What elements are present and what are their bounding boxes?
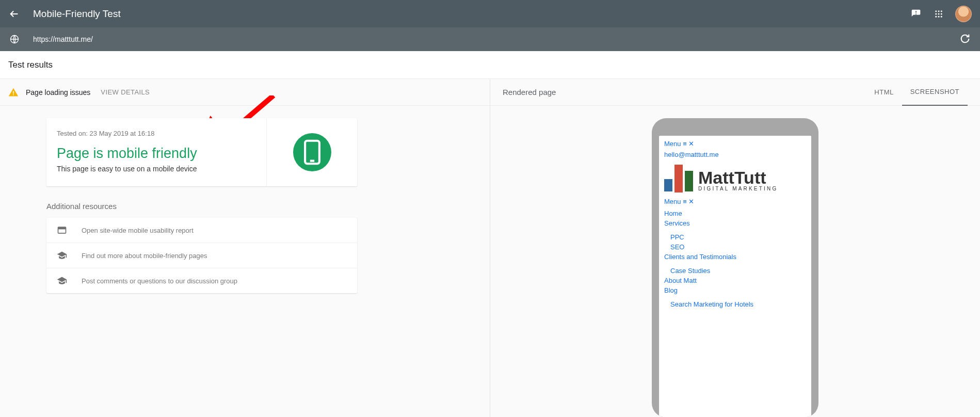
app-header: Mobile-Friendly Test — [0, 0, 980, 27]
nav-search-hotels[interactable]: Search Marketing for Hotels — [670, 300, 753, 308]
link-discussion[interactable]: Post comments or questions to our discus… — [46, 268, 357, 293]
phone-screen: Menu ≡ ✕ hello@matttutt.me MattTutt Digi… — [659, 136, 811, 417]
nav-services[interactable]: Services — [664, 219, 690, 227]
user-avatar[interactable] — [955, 6, 972, 22]
back-button[interactable] — [8, 8, 21, 20]
svg-point-0 — [935, 10, 937, 12]
svg-rect-10 — [13, 91, 14, 93]
rendered-label: Rendered page — [503, 88, 866, 97]
nav-clients[interactable]: Clients and Testimonials — [664, 253, 736, 261]
school-icon — [57, 250, 67, 261]
svg-point-4 — [938, 13, 940, 14]
link-text: Open site-wide mobile usability report — [82, 227, 194, 234]
svg-point-5 — [941, 13, 942, 14]
view-details-button[interactable]: VIEW DETAILS — [101, 88, 150, 96]
preview-nav: Home Services PPC SEO Clients and Testim… — [664, 208, 806, 309]
preview-email-link[interactable]: hello@matttutt.me — [664, 151, 719, 158]
preview-menu-link[interactable]: Menu — [664, 140, 681, 148]
result-title: Page is mobile friendly — [57, 146, 256, 162]
issues-label: Page loading issues — [26, 88, 90, 97]
refresh-icon — [959, 33, 971, 44]
phone-frame: Menu ≡ ✕ hello@matttutt.me MattTutt Digi… — [652, 118, 818, 417]
apps-button[interactable] — [933, 8, 945, 20]
result-subtitle: This page is easy to use on a mobile dev… — [57, 165, 256, 173]
arrow-left-icon — [9, 8, 20, 20]
additional-heading: Additional resources — [46, 202, 357, 211]
refresh-button[interactable] — [959, 33, 972, 45]
menu-toggle-icon: ≡ ✕ — [683, 140, 694, 148]
nav-ppc[interactable]: PPC — [670, 233, 684, 241]
svg-point-7 — [938, 15, 940, 17]
school-icon — [57, 276, 67, 286]
svg-point-6 — [935, 15, 937, 17]
logo-main-text: MattTutt — [698, 170, 778, 186]
announcement-icon — [911, 9, 921, 19]
nav-blog[interactable]: Blog — [664, 286, 678, 294]
results-column: Page loading issues VIEW DETAILS Tested … — [0, 79, 490, 417]
apps-grid-icon — [934, 9, 943, 19]
svg-point-3 — [935, 13, 937, 14]
link-text: Find out more about mobile-friendly page… — [82, 252, 207, 260]
phone-icon — [303, 139, 321, 165]
additional-links-card: Open site-wide mobile usability report F… — [46, 218, 357, 293]
svg-point-2 — [941, 10, 942, 12]
nav-home[interactable]: Home — [664, 210, 682, 217]
menu-toggle-icon: ≡ ✕ — [683, 198, 694, 205]
rendered-column: Rendered page HTML SCREENSHOT Menu ≡ ✕ h… — [490, 79, 980, 417]
link-learn-more[interactable]: Find out more about mobile-friendly page… — [46, 243, 357, 268]
globe-icon — [8, 33, 21, 45]
tested-on-label: Tested on: 23 May 2019 at 16:18 — [57, 130, 256, 137]
preview-menu-link-2[interactable]: Menu — [664, 198, 681, 205]
tab-html[interactable]: HTML — [866, 79, 902, 106]
link-text: Post comments or questions to our discus… — [82, 277, 237, 285]
result-card: Tested on: 23 May 2019 at 16:18 Page is … — [46, 118, 357, 186]
svg-point-1 — [938, 10, 940, 12]
report-icon — [57, 225, 67, 235]
svg-rect-16 — [58, 227, 66, 229]
svg-rect-11 — [13, 94, 14, 95]
tested-url[interactable]: https://matttutt.me/ — [33, 35, 959, 43]
warning-icon — [8, 87, 19, 98]
nav-case[interactable]: Case Studies — [670, 267, 710, 275]
section-title: Test results — [8, 60, 53, 70]
nav-seo[interactable]: SEO — [670, 243, 684, 251]
logo-sub-text: Digital Marketing — [698, 186, 778, 191]
url-bar: https://matttutt.me/ — [0, 27, 980, 51]
preview-logo: MattTutt Digital Marketing — [664, 164, 806, 191]
link-site-report[interactable]: Open site-wide mobile usability report — [46, 218, 357, 243]
svg-point-8 — [941, 15, 942, 17]
tab-screenshot[interactable]: SCREENSHOT — [902, 79, 968, 106]
page-loading-issues-row: Page loading issues VIEW DETAILS — [0, 79, 490, 106]
mobile-friendly-icon — [293, 133, 331, 171]
nav-about[interactable]: About Matt — [664, 277, 697, 284]
section-header: Test results — [0, 51, 980, 79]
feedback-button[interactable] — [910, 8, 922, 20]
app-title: Mobile-Friendly Test — [33, 8, 910, 20]
